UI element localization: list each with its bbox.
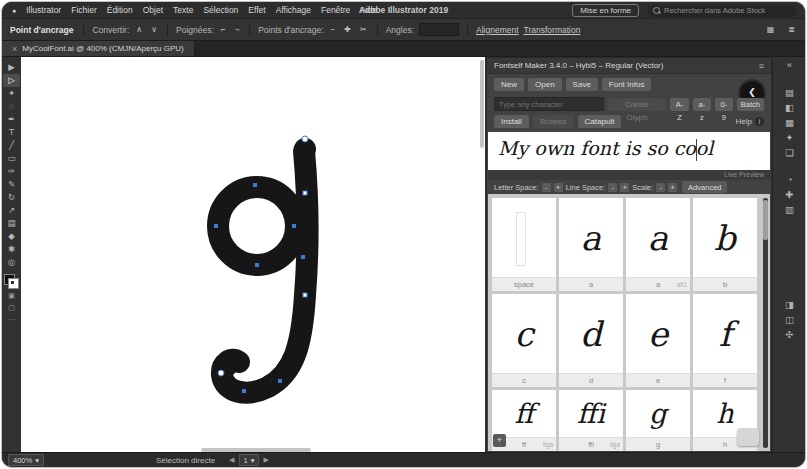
open-button[interactable]: Open xyxy=(528,78,562,91)
toolbar-more-button[interactable]: ⋯ xyxy=(3,315,20,325)
pencil-tool[interactable]: ✎ xyxy=(3,178,20,191)
lasso-tool[interactable]: ◌ xyxy=(3,100,20,113)
dock-panel-icon-5[interactable]: ❏ xyxy=(780,145,800,160)
glyph-cell-a[interactable]: a a xyxy=(559,198,623,291)
glyph-outline-g[interactable] xyxy=(176,135,356,425)
hide-handles-button[interactable]: ¬ xyxy=(232,24,241,36)
help-label[interactable]: Help xyxy=(736,117,752,126)
menu-selection[interactable]: Sélection xyxy=(203,5,238,15)
fontself-panel-header[interactable]: Fontself Maker 3.4.0 – Hybi5 – Regular (… xyxy=(487,58,771,74)
document-setup-icon[interactable]: ▦ xyxy=(765,24,777,36)
add-glyph-button[interactable]: + xyxy=(493,434,506,447)
screen-mode-button[interactable]: ▢ xyxy=(3,303,20,313)
drawing-mode-button[interactable]: ▣ xyxy=(3,291,20,301)
batch-digits-button[interactable]: 0-9 xyxy=(715,98,733,111)
zoom-tool[interactable]: ◎ xyxy=(3,256,20,269)
glyph-cell-c[interactable]: c c xyxy=(492,294,556,387)
dock-panel-icon-2[interactable]: ◧ xyxy=(780,100,800,115)
magic-wand-tool[interactable]: ✦ xyxy=(3,87,20,100)
convert-smooth-button[interactable]: ∨ xyxy=(149,24,159,36)
paintbrush-tool[interactable]: ✑ xyxy=(3,165,20,178)
batch-button[interactable]: Batch xyxy=(737,98,764,111)
close-document-icon[interactable]: × xyxy=(12,44,17,54)
batch-uppercase-button[interactable]: A-Z xyxy=(670,98,689,111)
install-button[interactable]: Install xyxy=(494,115,529,128)
expand-panels-icon[interactable]: « xyxy=(787,60,792,73)
letter-space-minus-button[interactable]: - xyxy=(542,183,551,192)
menu-fichier[interactable]: Fichier xyxy=(71,5,97,15)
menu-fenetre[interactable]: Fenêtre xyxy=(321,5,350,15)
menu-illustrator[interactable]: Illustrator xyxy=(26,5,61,15)
eyedropper-tool[interactable]: ◆ xyxy=(3,230,20,243)
save-button[interactable]: Save xyxy=(566,78,598,91)
fill-stroke-swatches[interactable] xyxy=(4,274,19,289)
rectangle-tool[interactable]: ▭ xyxy=(3,152,20,165)
scale-tool[interactable]: ↗ xyxy=(3,204,20,217)
control-bar-menu-icon[interactable]: ≣ xyxy=(786,24,797,36)
adobe-stock-search[interactable] xyxy=(647,5,797,17)
cut-path-button[interactable]: ✂ xyxy=(358,24,369,36)
scrollbar-thumb[interactable] xyxy=(763,200,768,240)
letter-space-plus-button[interactable]: + xyxy=(554,183,563,192)
browse-button[interactable]: Browse xyxy=(533,115,574,128)
show-handles-button[interactable]: ⌐ xyxy=(219,24,228,36)
line-space-plus-button[interactable]: + xyxy=(620,183,629,192)
artboard-dropdown[interactable]: 1 ▾ xyxy=(239,454,260,466)
font-infos-button[interactable]: Font Infos xyxy=(602,78,652,91)
add-anchor-button[interactable]: ✚ xyxy=(342,24,353,36)
dock-panel-icon-4[interactable]: ✦ xyxy=(780,130,800,145)
glyph-cell-f[interactable]: f f xyxy=(693,294,757,387)
glyph-cell-d[interactable]: d d xyxy=(559,294,623,387)
zoom-level-dropdown[interactable]: 400% ▾ xyxy=(8,454,44,466)
type-tool[interactable]: T xyxy=(3,126,20,139)
dock-panel-icon-7[interactable]: ✚ xyxy=(780,187,800,202)
dock-panel-icon-3[interactable]: ▦ xyxy=(780,115,800,130)
hand-tool[interactable]: ✱ xyxy=(3,243,20,256)
create-glyph-button[interactable]: Create Glyph xyxy=(608,98,666,111)
dock-panel-icon-9[interactable]: ◨ xyxy=(780,297,800,312)
glyph-cell-space[interactable]: space xyxy=(492,198,556,291)
batch-lowercase-button[interactable]: a-z xyxy=(693,98,711,111)
glyph-cell-b[interactable]: b b xyxy=(693,198,757,291)
dock-panel-icon-11[interactable]: ✣ xyxy=(780,327,800,342)
menu-effet[interactable]: Effet xyxy=(248,5,265,15)
panel-menu-icon[interactable]: ≡ xyxy=(759,61,764,71)
glyph-cell-e[interactable]: e e xyxy=(626,294,690,387)
scale-plus-button[interactable]: + xyxy=(668,183,677,192)
remove-anchor-button[interactable]: − xyxy=(329,24,338,36)
apple-logo-icon[interactable]: ● xyxy=(12,7,16,14)
document-tab[interactable]: × MyCoolFont.ai @ 400% (CMJN/Aperçu GPU) xyxy=(2,41,195,56)
stroke-color-swatch[interactable] xyxy=(8,278,19,289)
gradient-tool[interactable]: ▤ xyxy=(3,217,20,230)
new-button[interactable]: New xyxy=(494,78,524,91)
scale-minus-button[interactable]: - xyxy=(656,183,665,192)
catapult-button[interactable]: Catapult xyxy=(578,115,622,128)
stock-search-input[interactable] xyxy=(664,6,774,15)
glyph-cell-g[interactable]: g g xyxy=(626,390,690,451)
selection-tool[interactable]: ▶ xyxy=(3,61,20,74)
artboard-canvas[interactable] xyxy=(21,57,485,453)
menu-edition[interactable]: Édition xyxy=(107,5,133,15)
drag-handle-widget[interactable] xyxy=(737,428,759,446)
line-space-minus-button[interactable]: - xyxy=(608,183,617,192)
align-panel-link[interactable]: Alignement xyxy=(476,25,519,35)
dock-panel-icon-6[interactable]: ◔ xyxy=(780,172,800,187)
live-preview-area[interactable]: My own font is so cool xyxy=(488,132,770,170)
previous-artboard-icon[interactable]: ◀ xyxy=(229,456,234,464)
preview-text[interactable]: My own font is so cool xyxy=(498,137,713,159)
line-tool[interactable]: ╱ xyxy=(3,139,20,152)
convert-corner-button[interactable]: ∧ xyxy=(134,24,144,36)
next-artboard-icon[interactable]: ▶ xyxy=(263,456,268,464)
glyph-cell-ffi[interactable]: ffi ffiliga xyxy=(559,390,623,451)
transform-panel-link[interactable]: Transformation xyxy=(524,25,581,35)
glyph-cell-a-alt1[interactable]: a aalt1 xyxy=(626,198,690,291)
dock-panel-icon-10[interactable]: ◫ xyxy=(780,312,800,327)
angles-input[interactable] xyxy=(419,23,459,36)
advanced-button[interactable]: Advanced xyxy=(682,181,727,193)
type-character-input[interactable] xyxy=(494,97,604,111)
glyph-grid-scrollbar[interactable] xyxy=(763,198,768,448)
menu-texte[interactable]: Texte xyxy=(173,5,193,15)
rotate-tool[interactable]: ↻ xyxy=(3,191,20,204)
dock-panel-icon-8[interactable]: ▥ xyxy=(780,202,800,217)
dock-panel-icon-1[interactable]: ▤ xyxy=(780,85,800,100)
